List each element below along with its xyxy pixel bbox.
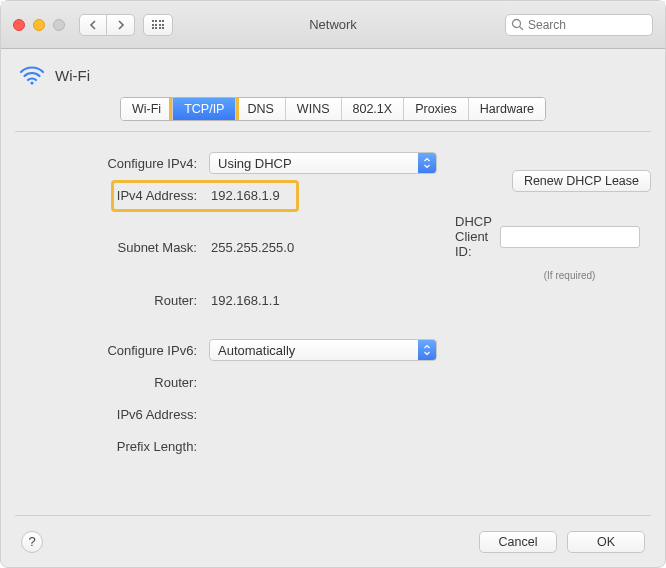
tcpip-pane: Configure IPv4: Using DHCP Renew DHCP Le… — [15, 131, 651, 515]
svg-point-0 — [513, 19, 521, 27]
svg-line-1 — [520, 26, 524, 30]
tab-8021x[interactable]: 802.1X — [342, 98, 405, 120]
dhcp-client-id-group: DHCP Client ID: (If required) — [455, 214, 640, 281]
minimize-window-button[interactable] — [33, 19, 45, 31]
label-configure-ipv4: Configure IPv4: — [33, 156, 203, 171]
label-ipv4-address: IPv4 Address: — [33, 188, 203, 203]
label-router-v6: Router: — [33, 375, 203, 390]
value-router-v4: 192.168.1.1 — [209, 293, 449, 308]
chevron-left-icon — [89, 20, 97, 30]
select-configure-ipv6-value: Automatically — [218, 343, 295, 358]
search-input[interactable] — [505, 14, 653, 36]
label-subnet-mask: Subnet Mask: — [33, 240, 203, 255]
label-ipv6-address: IPv6 Address: — [33, 407, 203, 422]
select-configure-ipv4[interactable]: Using DHCP — [209, 152, 437, 174]
label-prefix-length: Prefix Length: — [33, 439, 203, 454]
tab-tcpip[interactable]: TCP/IP — [173, 98, 236, 120]
svg-point-2 — [30, 81, 33, 84]
help-button[interactable]: ? — [21, 531, 43, 553]
window-toolbar: Network — [1, 1, 665, 49]
tab-hardware[interactable]: Hardware — [469, 98, 545, 120]
row-ipv6-address: IPv6 Address: — [33, 401, 633, 427]
row-configure-ipv6: Configure IPv6: Automatically — [33, 337, 633, 363]
value-ipv4-address: 192.168.1.9 — [209, 188, 449, 203]
dhcp-client-id-note: (If required) — [500, 270, 640, 281]
cancel-button[interactable]: Cancel — [479, 531, 557, 553]
chevron-updown-icon — [418, 153, 436, 173]
nav-back-button[interactable] — [79, 14, 107, 36]
row-ipv4-address: IPv4 Address: 192.168.1.9 — [33, 182, 633, 208]
connection-header: Wi-Fi — [1, 49, 665, 93]
traffic-lights — [13, 19, 65, 31]
ok-button[interactable]: OK — [567, 531, 645, 553]
value-subnet-mask: 255.255.255.0 — [209, 240, 449, 255]
search-icon — [511, 18, 524, 31]
tab-dns[interactable]: DNS — [236, 98, 285, 120]
connection-name: Wi-Fi — [55, 67, 90, 84]
show-all-button[interactable] — [143, 14, 173, 36]
tabs: Wi-Fi TCP/IP DNS WINS 802.1X Proxies Har… — [1, 97, 665, 121]
row-configure-ipv4: Configure IPv4: Using DHCP Renew DHCP Le… — [33, 150, 633, 176]
label-dhcp-client-id: DHCP Client ID: — [455, 214, 492, 259]
label-router-v4: Router: — [33, 293, 203, 308]
select-configure-ipv6[interactable]: Automatically — [209, 339, 437, 361]
tab-proxies[interactable]: Proxies — [404, 98, 469, 120]
network-prefs-window: Network Wi-Fi Wi-Fi TCP/IP DNS WINS 802.… — [0, 0, 666, 568]
row-router-v4: Router: 192.168.1.1 — [33, 287, 633, 313]
input-dhcp-client-id[interactable] — [500, 226, 640, 248]
tab-wifi[interactable]: Wi-Fi — [121, 98, 173, 120]
label-configure-ipv6: Configure IPv6: — [33, 343, 203, 358]
search-wrap — [505, 14, 653, 36]
row-subnet: Subnet Mask: 255.255.255.0 DHCP Client I… — [33, 214, 633, 281]
row-prefix-length: Prefix Length: — [33, 433, 633, 459]
chevron-right-icon — [117, 20, 125, 30]
row-router-v6: Router: — [33, 369, 633, 395]
dialog-footer: ? Cancel OK — [15, 515, 651, 567]
zoom-window-button[interactable] — [53, 19, 65, 31]
nav-buttons — [79, 14, 135, 36]
close-window-button[interactable] — [13, 19, 25, 31]
wifi-icon — [19, 65, 45, 85]
nav-forward-button[interactable] — [107, 14, 135, 36]
chevron-updown-icon — [418, 340, 436, 360]
tab-wins[interactable]: WINS — [286, 98, 342, 120]
grid-icon — [152, 20, 165, 29]
select-configure-ipv4-value: Using DHCP — [218, 156, 292, 171]
